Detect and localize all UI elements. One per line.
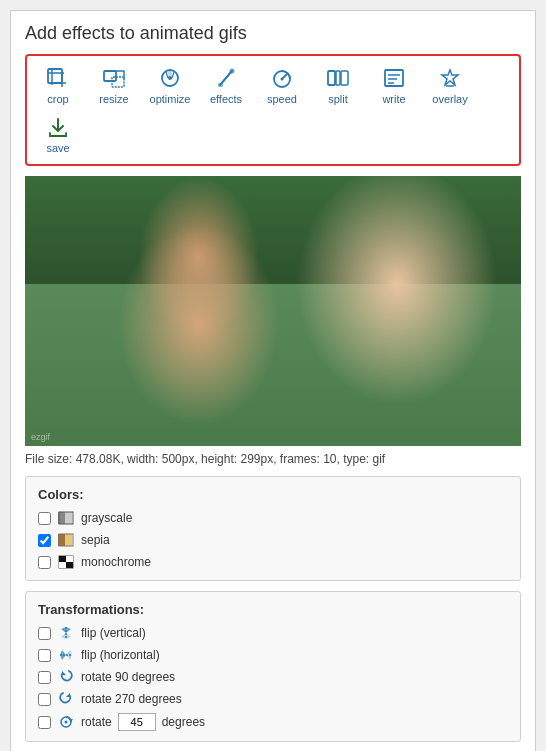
svg-rect-5 [104, 71, 116, 81]
write-icon [380, 66, 408, 90]
effects-label: effects [210, 93, 242, 105]
overlay-label: overlay [432, 93, 467, 105]
optimize-icon [156, 66, 184, 90]
resize-button[interactable]: resize [87, 62, 141, 109]
svg-point-10 [230, 69, 235, 74]
rotate-custom-row: rotate degrees [38, 713, 508, 731]
flip-horizontal-icon [57, 647, 75, 663]
svg-point-14 [281, 78, 284, 81]
sepia-checkbox[interactable] [38, 534, 51, 547]
flip-horizontal-checkbox[interactable] [38, 649, 51, 662]
speed-icon [268, 66, 296, 90]
effects-icon [212, 66, 240, 90]
sepia-row: sepia [38, 532, 508, 548]
flip-vertical-icon [57, 625, 75, 641]
rotate-custom-label[interactable]: rotate [81, 715, 112, 729]
transformations-panel: Transformations: flip (vertical) [25, 591, 521, 742]
rotate-90-icon [57, 669, 75, 685]
watermark: ezgif [31, 432, 50, 442]
rotate-270-checkbox[interactable] [38, 693, 51, 706]
optimize-label: optimize [150, 93, 191, 105]
speed-label: speed [267, 93, 297, 105]
svg-rect-16 [336, 71, 340, 85]
svg-rect-15 [328, 71, 335, 85]
overlay-button[interactable]: overlay [423, 62, 477, 109]
toolbar: crop resize optim [25, 54, 521, 166]
svg-rect-24 [65, 512, 72, 524]
colors-panel: Colors: grayscale sepia [25, 476, 521, 581]
write-label: write [382, 93, 405, 105]
rotate-90-row: rotate 90 degrees [38, 669, 508, 685]
rotate-90-label[interactable]: rotate 90 degrees [81, 670, 175, 684]
grayscale-label[interactable]: grayscale [81, 511, 132, 525]
svg-rect-30 [59, 556, 66, 562]
monochrome-label[interactable]: monochrome [81, 555, 151, 569]
page-container: Add effects to animated gifs crop [10, 10, 536, 751]
flip-vertical-row: flip (vertical) [38, 625, 508, 641]
rotate-custom-input[interactable] [118, 713, 156, 731]
sepia-label[interactable]: sepia [81, 533, 110, 547]
split-label: split [328, 93, 348, 105]
preview-image [25, 176, 521, 446]
split-icon [324, 66, 352, 90]
rotate-90-checkbox[interactable] [38, 671, 51, 684]
crop-icon [44, 66, 72, 90]
flip-vertical-label[interactable]: flip (vertical) [81, 626, 146, 640]
rotate-270-row: rotate 270 degrees [38, 691, 508, 707]
sepia-icon [57, 532, 75, 548]
svg-rect-27 [65, 534, 72, 546]
grayscale-icon [57, 510, 75, 526]
svg-point-8 [168, 76, 172, 80]
split-button[interactable]: split [311, 62, 365, 109]
flip-horizontal-row: flip (horizontal) [38, 647, 508, 663]
file-info: File size: 478.08K, width: 500px, height… [25, 452, 521, 466]
svg-point-35 [65, 721, 68, 724]
rotate-custom-checkbox[interactable] [38, 716, 51, 729]
svg-rect-0 [48, 69, 62, 83]
transformations-panel-title: Transformations: [38, 602, 508, 617]
grayscale-checkbox[interactable] [38, 512, 51, 525]
save-label: save [46, 142, 69, 154]
rotate-270-label[interactable]: rotate 270 degrees [81, 692, 182, 706]
colors-panel-title: Colors: [38, 487, 508, 502]
save-icon [44, 115, 72, 139]
save-button[interactable]: save [31, 111, 85, 158]
overlay-icon [436, 66, 464, 90]
write-button[interactable]: write [367, 62, 421, 109]
monochrome-checkbox[interactable] [38, 556, 51, 569]
effects-button[interactable]: effects [199, 62, 253, 109]
optimize-button[interactable]: optimize [143, 62, 197, 109]
grayscale-row: grayscale [38, 510, 508, 526]
crop-button[interactable]: crop [31, 62, 85, 109]
svg-rect-17 [341, 71, 348, 85]
rotate-270-icon [57, 691, 75, 707]
svg-rect-32 [59, 562, 66, 568]
crop-label: crop [47, 93, 68, 105]
rotate-custom-icon [57, 714, 75, 730]
gif-preview: ezgif [25, 176, 521, 446]
monochrome-icon [57, 554, 75, 570]
monochrome-row: monochrome [38, 554, 508, 570]
rotate-custom-suffix: degrees [162, 715, 205, 729]
resize-icon [100, 66, 128, 90]
flip-vertical-checkbox[interactable] [38, 627, 51, 640]
resize-label: resize [99, 93, 128, 105]
flip-horizontal-label[interactable]: flip (horizontal) [81, 648, 160, 662]
svg-rect-6 [112, 77, 124, 87]
svg-rect-11 [218, 83, 223, 87]
page-title: Add effects to animated gifs [25, 23, 521, 44]
svg-rect-31 [66, 556, 73, 562]
speed-button[interactable]: speed [255, 62, 309, 109]
svg-rect-33 [66, 562, 73, 568]
svg-line-9 [220, 71, 232, 85]
